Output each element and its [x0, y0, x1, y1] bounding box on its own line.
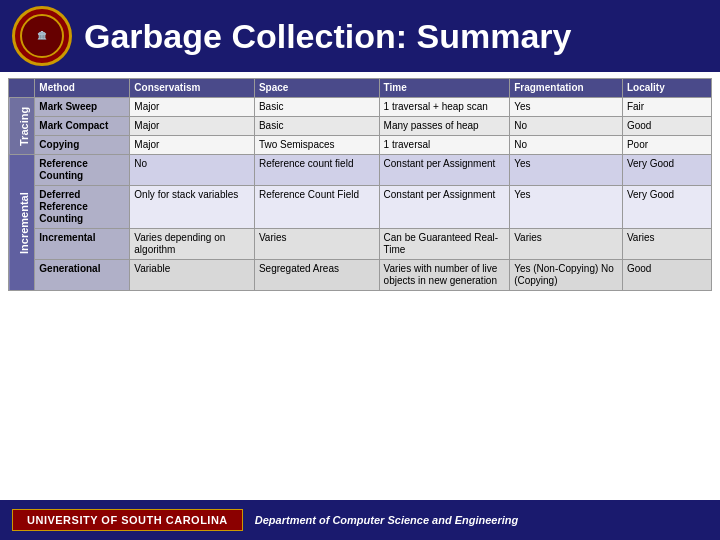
time-cell: 1 traversal	[379, 136, 510, 155]
logo-inner: 🏛️	[20, 14, 64, 58]
locality-cell: Very Good	[622, 155, 711, 186]
table-row: Mark Compact Major Basic Many passes of …	[9, 117, 712, 136]
table-row: Incremental Varies depending on algorith…	[9, 229, 712, 260]
conservatism-cell: Variable	[130, 260, 255, 291]
col-header-method-label: Method	[35, 79, 130, 98]
frag-cell: No	[510, 136, 623, 155]
table-row: Incremental Reference Counting No Refere…	[9, 155, 712, 186]
main-content: Method Conservatism Space Time Fragmenta…	[0, 72, 720, 500]
conservatism-cell: No	[130, 155, 255, 186]
university-label: UNIVERSITY OF SOUTH CAROLINA	[12, 509, 243, 531]
space-cell: Segregated Areas	[254, 260, 379, 291]
col-header-locality: Locality	[622, 79, 711, 98]
locality-cell: Good	[622, 117, 711, 136]
time-cell: Constant per Assignment	[379, 186, 510, 229]
space-cell: Two Semispaces	[254, 136, 379, 155]
frag-cell: Yes	[510, 98, 623, 117]
incremental-label: Incremental	[9, 155, 35, 291]
method-cell: Generational	[35, 260, 130, 291]
space-cell: Varies	[254, 229, 379, 260]
conservatism-cell: Varies depending on algorithm	[130, 229, 255, 260]
space-cell: Reference count field	[254, 155, 379, 186]
col-header-method	[9, 79, 35, 98]
table-row: Generational Variable Segregated Areas V…	[9, 260, 712, 291]
page-footer: UNIVERSITY OF SOUTH CAROLINA Department …	[0, 500, 720, 540]
table-row: Copying Major Two Semispaces 1 traversal…	[9, 136, 712, 155]
frag-cell: Yes	[510, 186, 623, 229]
locality-cell: Very Good	[622, 186, 711, 229]
locality-cell highlight-poor: Poor	[622, 136, 711, 155]
col-header-time: Time	[379, 79, 510, 98]
table-row: Tracing Mark Sweep Major Basic 1 travers…	[9, 98, 712, 117]
conservatism-cell: Major	[130, 98, 255, 117]
locality-cell: Good	[622, 260, 711, 291]
method-cell: Reference Counting	[35, 155, 130, 186]
tracing-label: Tracing	[9, 98, 35, 155]
frag-cell: Yes (Non-Copying) No (Copying)	[510, 260, 623, 291]
time-cell: Many passes of heap	[379, 117, 510, 136]
page-title: Garbage Collection: Summary	[84, 17, 571, 56]
table-header-row: Method Conservatism Space Time Fragmenta…	[9, 79, 712, 98]
table-row: Deferred Reference Counting Only for sta…	[9, 186, 712, 229]
frag-cell: No	[510, 117, 623, 136]
col-header-fragmentation: Fragmentation	[510, 79, 623, 98]
time-cell: Constant per Assignment	[379, 155, 510, 186]
method-cell: Mark Compact	[35, 117, 130, 136]
conservatism-cell: Only for stack variables	[130, 186, 255, 229]
time-cell: 1 traversal + heap scan	[379, 98, 510, 117]
frag-cell: Yes	[510, 155, 623, 186]
col-header-space: Space	[254, 79, 379, 98]
space-cell: Basic	[254, 98, 379, 117]
method-cell: Copying	[35, 136, 130, 155]
locality-cell: Varies	[622, 229, 711, 260]
conservatism-cell: Major	[130, 117, 255, 136]
department-label: Department of Computer Science and Engin…	[255, 514, 518, 526]
time-cell: Varies with number of live objects in ne…	[379, 260, 510, 291]
gc-table: Method Conservatism Space Time Fragmenta…	[8, 78, 712, 291]
method-cell: Deferred Reference Counting	[35, 186, 130, 229]
method-cell: Mark Sweep	[35, 98, 130, 117]
page-header: 🏛️ Garbage Collection: Summary	[0, 0, 720, 72]
method-cell: Incremental	[35, 229, 130, 260]
locality-cell: Fair	[622, 98, 711, 117]
space-cell: Basic	[254, 117, 379, 136]
logo-text: 🏛️	[37, 32, 47, 40]
logo: 🏛️	[12, 6, 72, 66]
conservatism-cell: Major	[130, 136, 255, 155]
time-cell: Can be Guaranteed Real-Time	[379, 229, 510, 260]
frag-cell: Varies	[510, 229, 623, 260]
space-cell: Reference Count Field	[254, 186, 379, 229]
col-header-conservatism: Conservatism	[130, 79, 255, 98]
